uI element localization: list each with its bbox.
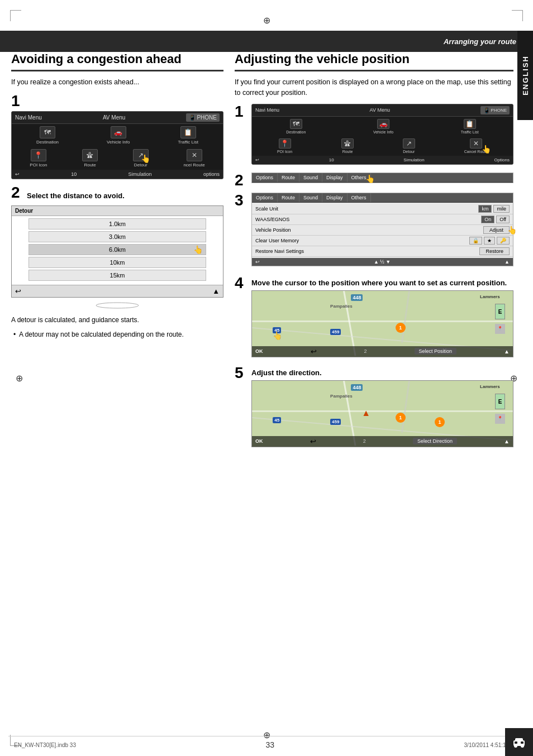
nav-detour-r[interactable]: ↗ Detour [403, 138, 415, 154]
row-waas: WAAS/EGNOS On Off [252, 214, 513, 225]
nav-detour[interactable]: ↗ 👆 Detour [133, 149, 149, 168]
btn-off[interactable]: Off [496, 216, 510, 223]
right-step1-content: Navi Menu AV Menu 📱 PHONE 🗺 Destination [251, 104, 513, 168]
btn-star3[interactable]: 🔑 [497, 237, 510, 245]
left-intro: If you realize a congestion exists ahead… [11, 77, 223, 88]
select-direction-btn[interactable]: Select Direction [413, 438, 457, 444]
vehicle-arrow: ▲ [361, 408, 370, 418]
nav-screen-right: Navi Menu AV Menu 📱 PHONE 🗺 Destination [251, 104, 513, 165]
detour-item-1km[interactable]: 1.0km [28, 218, 206, 229]
right-step4-content: Move the cursor to the position where yo… [251, 275, 513, 361]
tab3-route[interactable]: Route [278, 193, 299, 202]
select-position-btn[interactable]: Select Position [415, 348, 457, 355]
nav-icons-row-top: 🗺 Destination 🚗 Vehicle Info 📋 Traffic L… [12, 124, 223, 147]
corner-mark-tl [10, 10, 21, 21]
columns-layout: Avoiding a congestion ahead If you reali… [11, 52, 513, 455]
tab3-display[interactable]: Display [322, 193, 348, 202]
left-heading: Avoiding a congestion ahead [11, 52, 223, 66]
map-footer-step5: OK ↩ 2 Select Direction ▲ [252, 436, 513, 447]
detour-item-6km[interactable]: 6.0km 👆 [28, 244, 206, 255]
tab-display[interactable]: Display [322, 173, 348, 182]
nav-cancel-r[interactable]: ✕ Cancel Route 👆 [464, 138, 488, 154]
tab-others[interactable]: Others 👆 [348, 173, 371, 182]
location-box: 📍 [495, 324, 505, 334]
right-step2-num: 2 [235, 173, 247, 188]
right-step3: 3 Options Route Sound Display Others [235, 193, 513, 271]
options-tabs-step3: Options Route Sound Display Others [252, 193, 513, 203]
svg-point-4 [521, 744, 524, 748]
btn-star2[interactable]: ★ [484, 237, 495, 245]
tab3-sound[interactable]: Sound [299, 193, 322, 202]
btn-restore[interactable]: Restore [479, 247, 510, 255]
tab3-others[interactable]: Others [348, 193, 371, 202]
row-clear-memory: Clear User Memory 🔒 ★ 🔑 [252, 236, 513, 246]
tab-route[interactable]: Route [278, 173, 299, 182]
options-screen: Options Route Sound Display Others Scale… [251, 193, 513, 266]
step2-body: A detour is calculated, and guidance sta… [11, 315, 223, 325]
detour-item-3km[interactable]: 3.0km [28, 231, 206, 242]
nav-veh-r[interactable]: 🚗 Vehicle Info [373, 119, 393, 134]
english-tab: ENGLISH [517, 31, 533, 120]
right-step2: 2 Options Route Sound Display Others 👆 [235, 173, 513, 188]
nav-poi-r[interactable]: 📍 POI Icon [277, 138, 292, 154]
crosshair-bottom: ⊕ [263, 730, 270, 740]
map-ok-btn2[interactable]: OK [255, 438, 263, 444]
row-restore: Restore Navi Settings Restore [252, 246, 513, 257]
nav-cancel-route[interactable]: ✕ ncel Route [183, 149, 204, 168]
tab3-options[interactable]: Options [252, 193, 278, 202]
map-ok-btn[interactable]: OK [255, 348, 263, 354]
page-number: 33 [265, 740, 274, 749]
right-step2-content: Options Route Sound Display Others 👆 [251, 173, 513, 186]
nav-route-r[interactable]: 🛣 Route [341, 138, 354, 154]
touch-ok: 👆 [273, 331, 282, 340]
page-footer: EN_KW-NT30[E].indb 33 33 3/10/2011 4:51:… [0, 740, 533, 749]
right-step1: 1 Navi Menu AV Menu 📱 PHONE [235, 104, 513, 168]
left-heading-underline [11, 70, 223, 71]
row-scale-unit: Scale Unit km mile [252, 204, 513, 214]
btn-star1[interactable]: 🔒 [469, 237, 482, 245]
nav-traf-r[interactable]: 📋 Traffic List [461, 119, 479, 134]
right-heading: Adjusting the vehicle position [235, 52, 513, 66]
crosshair-top: ⊕ [262, 16, 271, 25]
nav-destination[interactable]: 🗺 Destination [36, 126, 59, 145]
svg-rect-5 [515, 741, 517, 744]
map-footer-step4: OK ↩ 2 Select Position ▲ [252, 346, 513, 357]
navi-menu-label: Navi Menu [15, 114, 42, 121]
right-step4: 4 Move the cursor to the position where … [235, 275, 513, 361]
options-bar-screen: Options Route Sound Display Others 👆 [251, 173, 513, 183]
phone-btn-right[interactable]: 📱 PHONE [480, 106, 510, 114]
footer-line [8, 736, 525, 736]
btn-km[interactable]: km [478, 205, 492, 213]
left-column: Avoiding a congestion ahead If you reali… [11, 52, 223, 455]
tab-sound[interactable]: Sound [299, 173, 322, 182]
right-step1-num: 1 [235, 104, 247, 119]
section-title: Arranging your route [444, 37, 516, 46]
btn-mile[interactable]: mile [493, 205, 510, 213]
phone-btn-left[interactable]: 📱 PHONE [186, 113, 220, 122]
detour-header: Detour [12, 206, 223, 216]
e-box2: E [495, 394, 505, 409]
bottom-nav-icon [505, 728, 533, 756]
car-icon [511, 734, 527, 750]
header-bar: Arranging your route [0, 31, 533, 52]
detour-items: 1.0km 3.0km 6.0km 👆 10km 15km [12, 216, 223, 285]
location-box2: 📍 [495, 414, 505, 424]
btn-on[interactable]: On [481, 216, 494, 223]
btn-adjust[interactable]: Adjust 👆 [483, 226, 510, 234]
right-step3-content: Options Route Sound Display Others Scale… [251, 193, 513, 271]
tab-options[interactable]: Options [252, 173, 278, 182]
nav-poi-icon[interactable]: 📍 POI Icon [30, 149, 47, 168]
map-mockup-step4: 448 45 459 Lammers Pampalles 1 E 📍 👆 [251, 290, 513, 357]
right-step5: 5 Adjust the direction. 448 45 459 [235, 365, 513, 451]
av-menu-label: AV Menu [103, 114, 125, 121]
nav-vehicle-info[interactable]: 🚗 Vehicle Info [107, 126, 130, 145]
detour-item-15km[interactable]: 15km [28, 270, 206, 281]
right-step5-num: 5 [235, 365, 247, 381]
main-content: Avoiding a congestion ahead If you reali… [11, 52, 513, 728]
nav-traffic-list[interactable]: 📋 Traffic List [178, 126, 198, 145]
nav-route[interactable]: 🛣 Route [82, 149, 98, 168]
e-box: E [495, 304, 505, 319]
step2-container: 2 Select the distance to avoid. [11, 185, 223, 203]
nav-dest-r[interactable]: 🗺 Destination [286, 119, 306, 134]
detour-item-10km[interactable]: 10km [28, 257, 206, 268]
